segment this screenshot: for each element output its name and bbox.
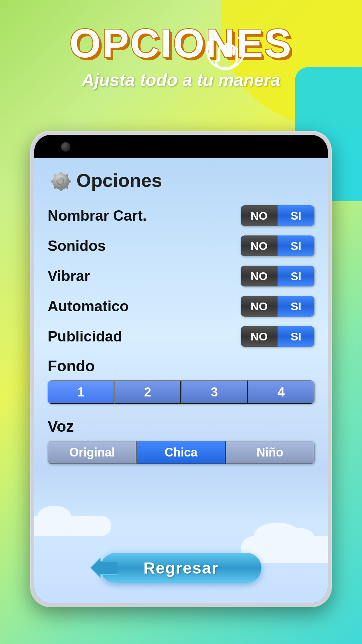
toggle-publicidad-no[interactable]: NO — [241, 326, 278, 347]
option-row-sonidos: Sonidos NO SI — [48, 235, 314, 256]
option-row-nombrar: Nombrar Cart. NO SI — [48, 205, 314, 226]
cloud2 — [34, 516, 111, 536]
voz-buttons: Original Chica Niño — [48, 441, 314, 464]
toggle-sonidos-si[interactable]: SI — [278, 235, 314, 256]
toggle-publicidad[interactable]: NO SI — [241, 326, 314, 347]
toggle-vibrar-si[interactable]: SI — [278, 266, 314, 286]
voz-btn-original[interactable]: Original — [48, 441, 136, 464]
toggle-automatico-si[interactable]: SI — [278, 296, 314, 317]
phone-frame: Opciones Nombrar Cart. NO SI Sonidos NO … — [30, 131, 332, 607]
voz-btn-nino[interactable]: Niño — [226, 441, 314, 464]
regresar-wrapper: Regresar — [34, 553, 328, 583]
header: OPCIONES Ajusta todo a tu manera — [0, 0, 362, 103]
option-row-vibrar: Vibrar NO SI — [48, 266, 314, 286]
screen: Opciones Nombrar Cart. NO SI Sonidos NO … — [34, 158, 328, 603]
svg-line-1 — [212, 38, 216, 40]
fondo-btn-4[interactable]: 4 — [248, 380, 314, 404]
option-label-nombrar: Nombrar Cart. — [48, 207, 147, 224]
fondo-btn-1[interactable]: 1 — [48, 380, 114, 404]
toggle-nombrar-no[interactable]: NO — [241, 205, 278, 226]
opciones-header: Opciones — [48, 168, 314, 192]
toggle-vibrar-no[interactable]: NO — [241, 266, 278, 286]
regresar-arrow-icon — [90, 558, 117, 578]
page-title: OPCIONES — [69, 20, 292, 66]
option-row-automatico: Automatico NO SI — [48, 296, 314, 317]
voz-btn-chica[interactable]: Chica — [136, 441, 225, 464]
toggle-publicidad-si[interactable]: SI — [278, 326, 314, 347]
fondo-btn-2[interactable]: 2 — [114, 380, 181, 404]
voz-label: Voz — [48, 417, 314, 435]
gear-icon — [48, 168, 71, 192]
svg-marker-6 — [90, 558, 117, 578]
regresar-label: Regresar — [143, 559, 219, 577]
toggle-nombrar-si[interactable]: SI — [278, 205, 314, 226]
toggle-automatico-no[interactable]: NO — [241, 296, 278, 317]
screen-title: Opciones — [76, 169, 162, 191]
camera-dot — [61, 142, 70, 152]
toggle-automatico[interactable]: NO SI — [241, 296, 314, 317]
screen-content: Opciones Nombrar Cart. NO SI Sonidos NO … — [34, 158, 328, 474]
fondo-buttons: 1 2 3 4 — [48, 380, 314, 404]
toggle-sonidos-no[interactable]: NO — [241, 235, 278, 256]
toggle-vibrar[interactable]: NO SI — [241, 266, 314, 286]
fondo-btn-3[interactable]: 3 — [181, 380, 248, 404]
option-label-sonidos: Sonidos — [48, 237, 106, 254]
page-subtitle: Ajusta todo a tu manera — [0, 70, 362, 90]
toggle-nombrar[interactable]: NO SI — [241, 205, 314, 226]
phone-screen: Opciones Nombrar Cart. NO SI Sonidos NO … — [34, 135, 328, 603]
option-label-automatico: Automatico — [48, 298, 129, 315]
regresar-button[interactable]: Regresar — [101, 553, 261, 583]
fondo-label: Fondo — [48, 357, 314, 375]
option-row-publicidad: Publicidad NO SI — [48, 326, 314, 347]
hand-icon — [205, 37, 246, 80]
svg-point-5 — [58, 178, 63, 184]
option-label-publicidad: Publicidad — [48, 328, 122, 345]
toggle-sonidos[interactable]: NO SI — [241, 235, 314, 256]
option-label-vibrar: Vibrar — [48, 268, 90, 284]
